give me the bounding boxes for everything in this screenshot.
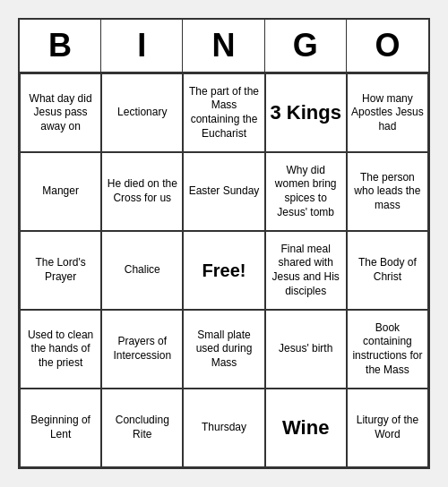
bingo-cell: The person who leads the mass — [347, 152, 428, 231]
bingo-cell: Used to clean the hands of the priest — [20, 310, 101, 389]
bingo-cell: Prayers of Intercession — [101, 310, 183, 389]
bingo-cell: Final meal shared with Jesus and His dis… — [265, 231, 347, 310]
bingo-cell: Chalice — [101, 231, 183, 310]
bingo-card: BINGO What day did Jesus pass away onLec… — [18, 18, 430, 469]
bingo-header: BINGO — [20, 20, 428, 73]
bingo-cell: Jesus' birth — [265, 310, 347, 389]
bingo-cell: How many Apostles Jesus had — [347, 73, 428, 152]
bingo-grid: What day did Jesus pass away onLectionar… — [20, 73, 428, 467]
bingo-cell: Wine — [265, 389, 347, 467]
bingo-cell: Why did women bring spices to Jesus' tom… — [265, 152, 347, 231]
bingo-cell: The Body of Christ — [347, 231, 428, 310]
header-letter: B — [20, 20, 101, 72]
header-letter: I — [101, 20, 183, 72]
bingo-cell: Concluding Rite — [101, 389, 183, 467]
bingo-cell: The part of the Mass containing the Euch… — [183, 73, 264, 152]
bingo-cell: The Lord's Prayer — [20, 231, 101, 310]
bingo-cell: Small plate used during Mass — [183, 310, 264, 389]
bingo-cell: Lectionary — [101, 73, 183, 152]
header-letter: O — [347, 20, 428, 72]
header-letter: G — [265, 20, 347, 72]
bingo-cell: Thursday — [183, 389, 264, 467]
bingo-cell: Book containing instructions for the Mas… — [347, 310, 428, 389]
header-letter: N — [183, 20, 264, 72]
bingo-cell: What day did Jesus pass away on — [20, 73, 101, 152]
bingo-cell: Liturgy of the Word — [347, 389, 428, 467]
bingo-cell: Easter Sunday — [183, 152, 264, 231]
bingo-cell: Manger — [20, 152, 101, 231]
bingo-cell: Beginning of Lent — [20, 389, 101, 467]
bingo-cell: 3 Kings — [265, 73, 347, 152]
bingo-cell: Free! — [183, 231, 264, 310]
bingo-cell: He died on the Cross for us — [101, 152, 183, 231]
